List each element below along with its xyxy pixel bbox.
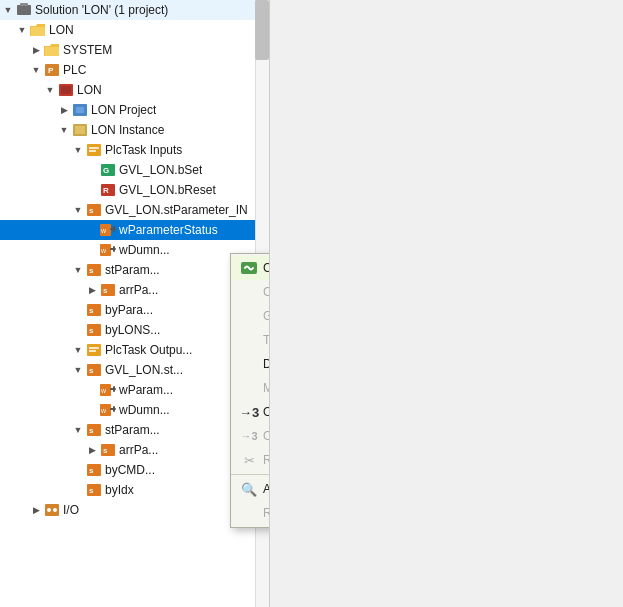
tree-item-solution[interactable]: ▼ Solution 'LON' (1 project): [0, 0, 269, 20]
tree-item-wDumn2[interactable]: w wDumn...: [0, 400, 269, 420]
svg-point-57: [47, 508, 51, 512]
menu-item-change-link[interactable]: Change Link...: [231, 256, 270, 280]
expand-arrow[interactable]: ▼: [70, 345, 86, 355]
tree-item-gvl-stparam-in[interactable]: ▼ s GVL_LON.stParameter_IN: [0, 200, 269, 220]
svg-rect-9: [75, 126, 85, 134]
menu-item-move-address: Move Address...: [231, 376, 270, 400]
expand-arrow[interactable]: ▼: [70, 365, 86, 375]
svg-rect-43: [113, 386, 115, 392]
item-label: SYSTEM: [63, 43, 112, 57]
tree-item-arrPa2[interactable]: ▶ s arrPa...: [0, 440, 269, 460]
expand-arrow[interactable]: ▼: [70, 425, 86, 435]
menu-item-add-to-watch[interactable]: 🔍 Add to Watch: [231, 477, 270, 501]
menu-item-icon-chain: [239, 260, 259, 276]
expand-arrow[interactable]: ▶: [28, 505, 44, 515]
tree-item-lon-root[interactable]: ▼ LON: [0, 20, 269, 40]
tree-item-system[interactable]: ▶ SYSTEM: [0, 40, 269, 60]
item-icon-link: w: [100, 222, 116, 238]
menu-item-icon-none: [239, 505, 259, 521]
tree-item-plctask-inputs[interactable]: ▼ PlcTask Inputs: [0, 140, 269, 160]
item-icon-instance: [72, 122, 88, 138]
tree-item-gvl-bset[interactable]: G GVL_LON.bSet: [0, 160, 269, 180]
item-icon-io: [44, 502, 60, 518]
tree-item-lon-instance[interactable]: ▼ LON Instance: [0, 120, 269, 140]
svg-text:s: s: [89, 266, 94, 275]
item-icon-var-orange: s: [86, 202, 102, 218]
menu-item-label: Clear Link(s): [263, 285, 270, 299]
menu-item-label: Goto Link Variable: [263, 309, 270, 323]
menu-item-icon-write-small: →3: [239, 428, 259, 444]
expand-arrow[interactable]: ▼: [70, 205, 86, 215]
item-label: wDumn...: [119, 403, 170, 417]
item-icon-solution: [16, 2, 32, 18]
tree-item-plctask-outputs[interactable]: ▼ PlcTask Outpu...: [0, 340, 269, 360]
item-label: LON: [49, 23, 74, 37]
tree-item-byIdx[interactable]: s byIdx: [0, 480, 269, 500]
expand-arrow[interactable]: ▼: [56, 125, 72, 135]
item-label: byCMD...: [105, 463, 155, 477]
item-icon-task: [86, 142, 102, 158]
item-label: wParam...: [119, 383, 173, 397]
item-label: GVL_LON.st...: [105, 363, 183, 377]
menu-item-remove-from-watch: Remove from Watch: [231, 501, 270, 525]
svg-rect-22: [113, 226, 115, 232]
expand-arrow[interactable]: ▶: [56, 105, 72, 115]
expand-arrow[interactable]: ▼: [70, 145, 86, 155]
expand-arrow[interactable]: ▶: [28, 45, 44, 55]
menu-item-icon-none: [239, 308, 259, 324]
expand-arrow[interactable]: ▶: [84, 445, 100, 455]
scrollbar-thumb[interactable]: [255, 0, 269, 60]
expand-arrow[interactable]: ▼: [28, 65, 44, 75]
item-icon-var-orange: s: [86, 422, 102, 438]
magnify-icon: 🔍: [241, 482, 257, 497]
expand-arrow[interactable]: ▶: [84, 285, 100, 295]
menu-item-label: Display Mode: [263, 357, 270, 371]
menu-item-display-mode[interactable]: Display Mode: [231, 352, 270, 376]
item-label: stParam...: [105, 263, 160, 277]
tree-item-byCMD[interactable]: s byCMD...: [0, 460, 269, 480]
item-icon-project: [72, 102, 88, 118]
item-icon-var-orange: s: [86, 262, 102, 278]
tree-item-byPara[interactable]: s byPara...: [0, 300, 269, 320]
tree-item-wDumn[interactable]: w wDumn...: [0, 240, 269, 260]
menu-item-icon-write: →3: [239, 404, 259, 420]
tree-item-gvl-lon-st[interactable]: ▼ s GVL_LON.st...: [0, 360, 269, 380]
item-label: GVL_LON.bReset: [119, 183, 216, 197]
expand-arrow[interactable]: ▼: [0, 5, 16, 15]
menu-item-label: Online Write...: [263, 405, 270, 419]
expand-arrow[interactable]: ▼: [42, 85, 58, 95]
tree-item-wParamStatus[interactable]: w wParameterStatus: [0, 220, 269, 240]
svg-rect-47: [113, 406, 115, 412]
item-icon-var-orange: s: [86, 302, 102, 318]
expand-arrow[interactable]: ▼: [70, 265, 86, 275]
tree-item-lon-plc[interactable]: ▼ LON: [0, 80, 269, 100]
svg-text:w: w: [100, 247, 107, 254]
menu-item-icon-magnify: 🔍: [239, 481, 259, 497]
expand-arrow[interactable]: ▼: [14, 25, 30, 35]
item-label: LON Project: [91, 103, 156, 117]
item-label: Solution 'LON' (1 project): [35, 3, 168, 17]
tree-item-stParam[interactable]: ▼ s stParam...: [0, 260, 269, 280]
menu-item-online-force: →3 Online Force...: [231, 424, 270, 448]
svg-point-58: [53, 508, 57, 512]
context-menu: Change Link... Clear Link(s) Goto Link V…: [230, 253, 270, 528]
tree-item-plc[interactable]: ▼ P PLC: [0, 60, 269, 80]
svg-text:s: s: [89, 326, 94, 335]
tree-item-stParam2[interactable]: ▼ s stParam...: [0, 420, 269, 440]
item-label: I/O: [63, 503, 79, 517]
item-label: PLC: [63, 63, 86, 77]
item-icon-var-orange: s: [86, 322, 102, 338]
tree-item-byLONS[interactable]: s byLONS...: [0, 320, 269, 340]
tree-item-wParam2[interactable]: w wParam...: [0, 380, 269, 400]
menu-item-icon-none: [239, 284, 259, 300]
tree-item-io[interactable]: ▶ I/O: [0, 500, 269, 520]
menu-item-label: Remove from Watch: [263, 506, 270, 520]
item-label: byPara...: [105, 303, 153, 317]
tree-item-arrPa[interactable]: ▶ s arrPa...: [0, 280, 269, 300]
menu-item-online-write[interactable]: →3 Online Write...: [231, 400, 270, 424]
svg-text:s: s: [103, 286, 108, 295]
item-icon-var-orange: s: [86, 462, 102, 478]
tree-item-lon-project[interactable]: ▶ LON Project: [0, 100, 269, 120]
tree-item-gvl-breset[interactable]: R GVL_LON.bReset: [0, 180, 269, 200]
svg-text:s: s: [89, 366, 94, 375]
